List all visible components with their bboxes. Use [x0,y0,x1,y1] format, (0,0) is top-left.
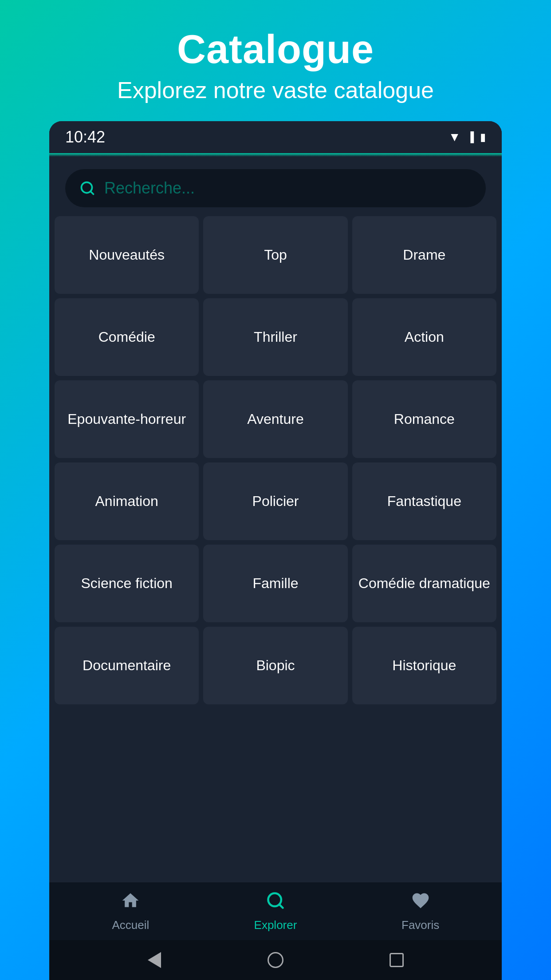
genre-item-historique[interactable]: Historique [352,627,496,704]
genre-item-epouvante[interactable]: Epouvante-horreur [55,380,199,458]
genre-item-biopic[interactable]: Biopic [203,627,347,704]
favorites-icon [411,891,430,915]
page-subtitle: Explorez notre vaste catalogue [18,77,533,103]
genre-item-drame[interactable]: Drame [352,216,496,294]
genre-label-aventure: Aventure [243,406,308,433]
genre-label-animation: Animation [91,488,163,515]
nav-label-accueil: Accueil [112,918,149,932]
genre-item-documentaire[interactable]: Documentaire [55,627,199,704]
search-bar[interactable] [65,169,486,207]
home-button[interactable] [262,947,289,973]
recents-button[interactable] [383,947,410,973]
search-input[interactable] [104,179,472,198]
bottom-nav: Accueil Explorer Favoris [49,882,502,940]
genre-label-historique: Historique [388,652,460,680]
page-header: Catalogue Explorez notre vaste catalogue [0,0,551,121]
phone-frame: 10:42 ▼ ▐ ▮ [49,121,502,980]
search-icon [79,180,95,196]
genre-item-comedie[interactable]: Comédie [55,298,199,376]
genre-item-top[interactable]: Top [203,216,347,294]
genre-label-comedie: Comédie [94,324,160,351]
genre-item-comedie-dramatique[interactable]: Comédie dramatique [352,545,496,622]
genre-item-aventure[interactable]: Aventure [203,380,347,458]
genre-label-documentaire: Documentaire [78,652,175,680]
svg-line-1 [91,191,94,194]
genre-label-comedie-dramatique: Comédie dramatique [354,570,495,597]
genre-label-top: Top [260,241,291,269]
home-icon [121,891,140,915]
genre-label-fantastique: Fantastique [383,488,466,515]
search-container [49,157,502,216]
nav-label-favoris: Favoris [401,918,439,932]
genre-label-nouveautes: Nouveautés [84,241,169,269]
signal-icon: ▐ [467,131,474,143]
gradient-divider [49,153,502,157]
nav-item-accueil[interactable]: Accueil [95,891,166,932]
app-content: NouveautésTopDrameComédieThrillerActionE… [49,157,502,882]
nav-item-favoris[interactable]: Favoris [385,891,456,932]
wifi-icon: ▼ [449,130,461,144]
status-time: 10:42 [65,128,105,146]
genre-item-nouveautes[interactable]: Nouveautés [55,216,199,294]
genre-grid: NouveautésTopDrameComédieThrillerActionE… [55,216,496,704]
genre-grid-container: NouveautésTopDrameComédieThrillerActionE… [49,216,502,882]
explore-icon [266,891,285,915]
svg-line-3 [279,904,283,908]
genre-item-thriller[interactable]: Thriller [203,298,347,376]
nav-item-explorer[interactable]: Explorer [240,891,311,932]
genre-item-animation[interactable]: Animation [55,462,199,540]
back-button[interactable] [141,947,168,973]
genre-label-thriller: Thriller [249,324,302,351]
status-bar: 10:42 ▼ ▐ ▮ [49,121,502,153]
battery-icon: ▮ [480,131,486,143]
genre-item-romance[interactable]: Romance [352,380,496,458]
genre-item-famille[interactable]: Famille [203,545,347,622]
genre-label-famille: Famille [248,570,303,597]
genre-item-science-fiction[interactable]: Science fiction [55,545,199,622]
nav-label-explorer: Explorer [254,918,297,932]
genre-item-action[interactable]: Action [352,298,496,376]
genre-label-action: Action [400,324,449,351]
genre-label-drame: Drame [398,241,450,269]
status-icons: ▼ ▐ ▮ [449,130,486,144]
genre-label-science-fiction: Science fiction [77,570,177,597]
genre-label-romance: Romance [390,406,459,433]
android-nav [49,940,502,980]
genre-label-biopic: Biopic [252,652,299,680]
genre-item-policier[interactable]: Policier [203,462,347,540]
genre-label-epouvante: Epouvante-horreur [63,406,190,433]
genre-item-fantastique[interactable]: Fantastique [352,462,496,540]
page-title: Catalogue [18,27,533,72]
genre-label-policier: Policier [248,488,303,515]
